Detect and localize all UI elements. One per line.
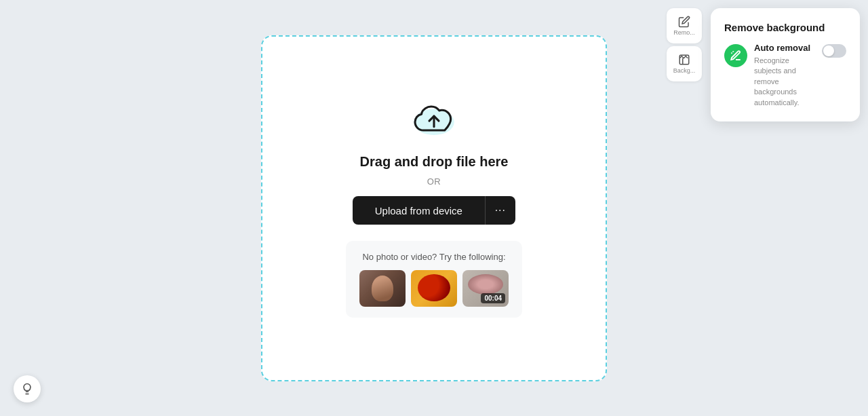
sidebar-item-label-remove-bg: Remo... — [673, 30, 695, 37]
try-section: No photo or video? Try the following: 00… — [346, 241, 522, 318]
auto-removal-content: Auto removal Recognize subjects and remo… — [754, 43, 815, 108]
try-thumb-3[interactable]: 00:04 — [462, 270, 509, 307]
auto-removal-label: Auto removal — [754, 43, 815, 53]
auto-removal-row: Auto removal Recognize subjects and remo… — [724, 43, 846, 108]
pencil-magic-icon — [730, 50, 742, 62]
auto-removal-desc: Recognize subjects and remove background… — [754, 56, 815, 108]
or-divider: OR — [427, 176, 441, 187]
main-content: Drag and drop file here OR Upload from d… — [261, 35, 607, 381]
try-section-label: No photo or video? Try the following: — [359, 252, 509, 262]
auto-removal-toggle[interactable] — [822, 44, 846, 58]
try-thumb-1[interactable] — [359, 270, 406, 307]
lightbulb-icon — [20, 382, 34, 396]
sidebar-item-background[interactable]: Backg... — [667, 46, 702, 81]
try-images: 00:04 — [359, 270, 509, 307]
auto-removal-icon — [724, 44, 747, 67]
upload-dropzone[interactable]: Drag and drop file here OR Upload from d… — [261, 35, 607, 381]
drag-drop-text: Drag and drop file here — [360, 154, 509, 170]
cloud-upload-icon — [410, 98, 458, 139]
panel-title: Remove background — [724, 22, 846, 33]
remove-background-panel: Remove background Auto removal Recognize… — [711, 8, 860, 121]
video-duration-badge: 00:04 — [481, 293, 505, 303]
sidebar-item-label-background: Backg... — [673, 68, 696, 75]
upload-button-row: Upload from device ··· — [353, 196, 515, 225]
upload-from-device-button[interactable]: Upload from device — [353, 197, 485, 225]
image-icon — [678, 54, 690, 66]
cloud-upload-icon-wrapper — [410, 98, 458, 142]
try-thumb-2[interactable] — [411, 270, 457, 307]
lightbulb-button[interactable] — [14, 375, 41, 402]
upload-options-button[interactable]: ··· — [485, 196, 515, 225]
sidebar-item-remove-bg[interactable]: Remo... — [667, 8, 702, 43]
sidebar-tools: Remo... Backg... — [667, 8, 702, 81]
pencil-icon — [678, 16, 690, 28]
